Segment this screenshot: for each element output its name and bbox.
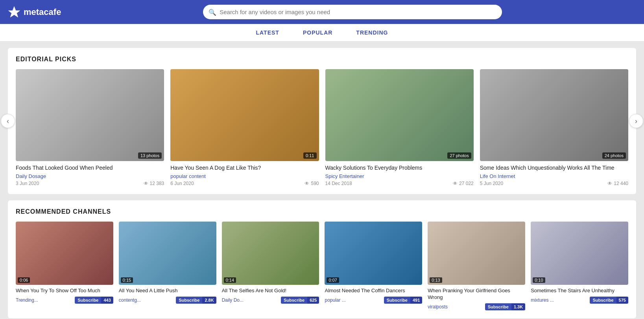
channel-name[interactable]: mixtures ... — [531, 297, 554, 303]
editorial-item-meta: 14 Dec 2018 👁 27 022 — [325, 181, 474, 186]
editorial-item-views: 👁 590 — [304, 181, 319, 186]
eye-icon: 👁 — [304, 181, 309, 186]
subscribe-button[interactable]: Subscribe 625 — [281, 297, 319, 304]
nav-latest[interactable]: LATEST — [256, 29, 279, 36]
editorial-item-title: Some Ideas Which Unquestionably Works Al… — [480, 164, 628, 171]
main-content: EDITORIAL PICKS ‹ 13 photos Foods That L… — [0, 42, 644, 319]
search-icon: 🔍 — [209, 8, 216, 16]
editorial-item[interactable]: 0:11 Have You Seen A Dog Eat Like This? … — [170, 69, 319, 186]
channel-duration: 0:06 — [18, 277, 30, 283]
logo-star-icon — [8, 6, 20, 18]
editorial-picks-section: EDITORIAL PICKS ‹ 13 photos Foods That L… — [8, 48, 636, 194]
subscribe-button[interactable]: Subscribe 443 — [75, 297, 113, 304]
subscribe-button[interactable]: Subscribe 575 — [590, 297, 628, 304]
editorial-thumbnail: 27 photos — [325, 69, 474, 161]
subscribe-button[interactable]: Subscribe 491 — [384, 297, 423, 304]
recommended-channels-title: RECOMMENDED CHANNELS — [16, 208, 628, 215]
editorial-item[interactable]: 13 photos Foods That Looked Good When Pe… — [16, 69, 164, 186]
channel-duration: 0:15 — [121, 277, 133, 283]
editorial-item-channel[interactable]: Spicy Entertainer — [325, 173, 474, 179]
channel-name[interactable]: Daily Do... — [222, 297, 244, 303]
channel-duration: 0:10 — [533, 277, 545, 283]
channel-footer: contentg... Subscribe 2.8K — [119, 297, 216, 304]
editorial-item-meta: 3 Jun 2020 👁 12 383 — [16, 181, 164, 186]
channel-duration: 0:07 — [327, 277, 339, 283]
main-nav: LATEST POPULAR TRENDING — [0, 24, 644, 42]
search-input[interactable] — [203, 5, 502, 19]
editorial-item-date: 6 Jun 2020 — [170, 181, 194, 186]
editorial-item-date: 14 Dec 2018 — [325, 181, 352, 186]
editorial-grid: 13 photos Foods That Looked Good When Pe… — [16, 69, 628, 186]
channel-name[interactable]: viralposts — [428, 304, 448, 310]
channel-item[interactable]: 0:10 Sometimes The Stairs Are Unhealthy … — [531, 222, 628, 310]
editorial-thumbnail: 24 photos — [480, 69, 628, 161]
channel-duration: 0:14 — [224, 277, 236, 283]
editorial-item-views: 👁 27 022 — [453, 181, 474, 186]
channel-item[interactable]: 0:14 All The Selfies Are Not Gold! Daily… — [222, 222, 319, 310]
channel-title: All The Selfies Are Not Gold! — [222, 288, 319, 294]
channel-title: When Pranking Your Girlfriend Goes Wrong — [428, 288, 525, 301]
channel-item[interactable]: 0:15 All You Need A Little Push contentg… — [119, 222, 216, 310]
editorial-item-views: 👁 12 383 — [144, 181, 164, 186]
channel-footer: mixtures ... Subscribe 575 — [531, 297, 628, 304]
channel-thumbnail: 0:06 — [16, 222, 113, 285]
channel-thumbnail: 0:10 — [531, 222, 628, 285]
eye-icon: 👁 — [144, 181, 148, 186]
editorial-item-date: 3 Jun 2020 — [16, 181, 39, 186]
editorial-item-meta: 5 Jun 2020 👁 12 440 — [480, 181, 628, 186]
editorial-item-meta: 6 Jun 2020 👁 590 — [170, 181, 319, 186]
channel-title: When You Try To Show Off Too Much — [16, 288, 113, 294]
editorial-badge: 24 photos — [602, 152, 626, 159]
editorial-badge: 27 photos — [447, 152, 471, 159]
editorial-thumbnail: 0:11 — [170, 69, 319, 161]
channel-thumbnail: 0:13 — [428, 222, 525, 285]
editorial-item-views: 👁 12 440 — [607, 181, 628, 186]
nav-trending[interactable]: TRENDING — [356, 29, 388, 36]
editorial-item-channel[interactable]: Daily Dosage — [16, 173, 164, 179]
channel-title: Almost Needed The Coffin Dancers — [325, 288, 422, 294]
channel-footer: Trending... Subscribe 443 — [16, 297, 113, 304]
editorial-item[interactable]: 24 photos Some Ideas Which Unquestionabl… — [480, 69, 628, 186]
channel-name[interactable]: contentg... — [119, 297, 141, 303]
editorial-thumbnail: 13 photos — [16, 69, 164, 161]
channels-grid: 0:06 When You Try To Show Off Too Much T… — [16, 222, 628, 310]
search-bar: 🔍 — [203, 5, 502, 19]
carousel-arrow-right[interactable]: › — [629, 114, 643, 128]
channel-item[interactable]: 0:13 When Pranking Your Girlfriend Goes … — [428, 222, 525, 310]
channel-thumbnail: 0:15 — [119, 222, 216, 285]
subscribe-button[interactable]: Subscribe 1.3K — [485, 303, 525, 310]
editorial-item-title: Wacky Solutions To Everyday Problems — [325, 164, 474, 171]
channel-item[interactable]: 0:07 Almost Needed The Coffin Dancers po… — [325, 222, 422, 310]
logo[interactable]: metacafe — [8, 6, 61, 18]
channel-footer: popular ... Subscribe 491 — [325, 297, 422, 304]
nav-popular[interactable]: POPULAR — [303, 29, 332, 36]
editorial-item-channel[interactable]: popular content — [170, 173, 319, 179]
editorial-item-title: Have You Seen A Dog Eat Like This? — [170, 164, 319, 171]
svg-marker-0 — [9, 6, 20, 17]
editorial-item-channel[interactable]: Life On Internet — [480, 173, 628, 179]
eye-icon: 👁 — [453, 181, 458, 186]
channel-thumbnail: 0:14 — [222, 222, 319, 285]
editorial-item-title: Foods That Looked Good When Peeled — [16, 164, 164, 171]
channel-item[interactable]: 0:06 When You Try To Show Off Too Much T… — [16, 222, 113, 310]
subscribe-button[interactable]: Subscribe 2.8K — [176, 297, 216, 304]
editorial-badge: 0:11 — [303, 152, 316, 159]
eye-icon: 👁 — [607, 181, 612, 186]
editorial-item-date: 5 Jun 2020 — [480, 181, 503, 186]
channel-thumbnail: 0:07 — [325, 222, 422, 285]
editorial-picks-title: EDITORIAL PICKS — [16, 56, 628, 63]
channel-title: Sometimes The Stairs Are Unhealthy — [531, 288, 628, 294]
channel-name[interactable]: Trending... — [16, 297, 38, 303]
logo-text: metacafe — [24, 7, 61, 17]
carousel-arrow-left[interactable]: ‹ — [1, 114, 15, 128]
editorial-badge: 13 photos — [138, 152, 162, 159]
channel-title: All You Need A Little Push — [119, 288, 216, 294]
channel-name[interactable]: popular ... — [325, 297, 345, 303]
header: metacafe 🔍 — [0, 0, 644, 24]
channel-duration: 0:13 — [430, 277, 442, 283]
editorial-item[interactable]: 27 photos Wacky Solutions To Everyday Pr… — [325, 69, 474, 186]
recommended-channels-section: RECOMMENDED CHANNELS 0:06 When You Try T… — [8, 200, 636, 318]
channel-footer: Daily Do... Subscribe 625 — [222, 297, 319, 304]
channel-footer: viralposts Subscribe 1.3K — [428, 303, 525, 310]
